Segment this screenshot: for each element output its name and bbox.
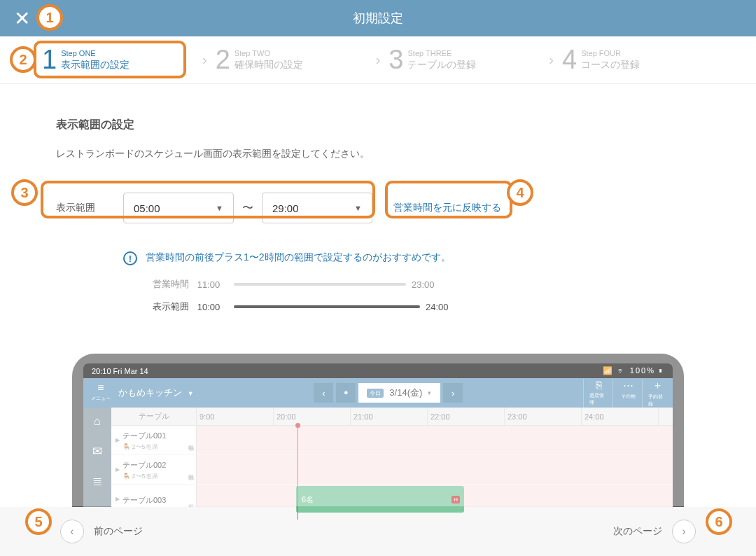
add-reservation-button[interactable]: ＋ 予約登録 (642, 379, 667, 408)
annotation-box-4 (385, 181, 512, 218)
table-column-header: テーブル (111, 408, 196, 426)
time-col: 21:00 (351, 408, 428, 425)
date-nav: ‹ • 今日 3/14(金) ▼ › (314, 383, 463, 403)
time-example: 営業時間 11:00 23:00 表示範囲 10:00 24:00 (146, 278, 700, 313)
menu-button[interactable]: ≡ メニュー (89, 384, 113, 401)
date-display[interactable]: 今日 3/14(金) ▼ (358, 383, 440, 403)
timeline[interactable]: 9:00 20:00 21:00 22:00 23:00 24:00 (197, 408, 673, 520)
table-row[interactable]: ▶ テーブル002 🪑 2〜5名席 掲載中 (111, 455, 196, 485)
section-title: 表示範囲の設定 (56, 118, 700, 132)
timeline-row[interactable] (197, 455, 673, 485)
date-text: 3/14(金) (389, 387, 422, 399)
ex-label: 表示範囲 (146, 300, 189, 313)
step-title: コースの登録 (581, 59, 640, 71)
next-label: 次のページ (613, 525, 662, 538)
time-header: 9:00 20:00 21:00 22:00 23:00 24:00 (197, 408, 673, 426)
table-name: テーブル002 (122, 461, 166, 469)
hint-row: ! 営業時間の前後プラス1〜2時間の範囲で設定するのがおすすめです。 (123, 251, 700, 265)
step-title: 確保時間の設定 (234, 59, 303, 71)
annotation-4: 4 (507, 179, 533, 206)
ex-to: 24:00 (426, 302, 449, 312)
table-row[interactable]: ▶ テーブル001 🪑 2〜5名席 掲載中 (111, 426, 196, 455)
table-name: テーブル001 (122, 431, 166, 440)
tablet-body: 20:10 Fri Mar 14 📶 ᯤ 100% ▮ ≡ メニュー かもめキッ… (72, 354, 684, 522)
chevron-right-icon: › (202, 52, 207, 68)
modal-header: ✕ 初期設定 (0, 0, 756, 36)
more-button[interactable]: ⋯ その他 (612, 379, 638, 408)
reservation-block[interactable]: 6名 H (296, 486, 464, 513)
wifi-icon: 📶 ᯤ (603, 366, 626, 375)
annotation-box-3 (41, 181, 375, 218)
home-icon[interactable]: ⌂ (94, 415, 101, 429)
example-business-hours: 営業時間 11:00 23:00 (146, 278, 700, 291)
step-title: テーブルの登録 (407, 59, 476, 71)
status-bar: 20:10 Fri Mar 14 📶 ᯤ 100% ▮ (83, 363, 673, 378)
plus-icon: ＋ (652, 379, 663, 392)
annotation-2: 2 (10, 46, 36, 73)
mail-icon[interactable]: ✉ (92, 444, 102, 459)
next-page-group[interactable]: 次のページ › (613, 520, 696, 543)
time-col: 23:00 (505, 408, 582, 425)
section-desc: レストランボードのスケジュール画面の表示範囲を設定してください。 (56, 148, 700, 160)
tablet-screen: 20:10 Fri Mar 14 📶 ᯤ 100% ▮ ≡ メニュー かもめキッ… (83, 363, 673, 522)
step-label: Step TWO (234, 49, 303, 57)
step-number: 2 (216, 45, 230, 75)
annotation-box-2 (34, 41, 186, 78)
hint-text: 営業時間の前後プラス1〜2時間の範囲で設定するのがおすすめです。 (146, 251, 451, 264)
time-col: 20:00 (274, 408, 351, 425)
annotation-1: 1 (36, 4, 63, 31)
caret-right-icon: ▶ (115, 437, 120, 443)
time-col: 22:00 (428, 408, 505, 425)
footer-nav: ‹ 前のページ 次のページ › (0, 507, 756, 556)
chevron-right-icon[interactable]: › (672, 520, 696, 543)
caret-right-icon: ▶ (115, 496, 120, 502)
step-number: 4 (562, 45, 577, 75)
annotation-3: 3 (11, 179, 38, 206)
caret-right-icon: ▶ (115, 466, 120, 473)
side-rail: ⌂ ✉ ≣ (83, 408, 111, 520)
timeline-row[interactable] (197, 426, 673, 455)
list-icon[interactable]: ≣ (92, 474, 102, 489)
store-name[interactable]: かもめキッチン ▼ (118, 387, 194, 399)
table-seats: 🪑 2〜5名席 (122, 472, 166, 481)
battery-text: 100% (630, 366, 655, 375)
step-number: 3 (388, 45, 403, 75)
door-icon: ⎘ (596, 379, 602, 391)
prev-page-group[interactable]: ‹ 前のページ (60, 520, 143, 543)
ex-bar (234, 283, 406, 286)
annotation-5: 5 (25, 508, 52, 535)
calendar-dot-button[interactable]: • (336, 383, 356, 403)
step-3[interactable]: 3 Step THREE テーブルの登録 (388, 45, 540, 75)
checkout-button[interactable]: ⎘ 退店管理 (583, 379, 608, 408)
ex-label: 営業時間 (146, 278, 189, 291)
schedule-grid: ⌂ ✉ ≣ テーブル ▶ テーブル001 🪑 2〜5名席 掲載中 (83, 408, 673, 520)
prev-label: 前のページ (94, 525, 143, 538)
now-indicator-line (298, 426, 298, 520)
reservation-icon: H (451, 496, 460, 503)
status-icons: 📶 ᯤ 100% ▮ (603, 366, 664, 375)
dots-icon: ⋯ (623, 379, 634, 391)
ex-bar (234, 305, 420, 308)
battery-icon: ▮ (659, 366, 664, 375)
step-4[interactable]: 4 Step FOUR コースの登録 (562, 45, 714, 75)
step-label: Step FOUR (581, 49, 640, 57)
chevron-right-icon: › (376, 52, 381, 68)
step-label: Step THREE (407, 49, 476, 57)
time-col: 9:00 (197, 408, 274, 425)
prev-date-button[interactable]: ‹ (314, 383, 333, 403)
time-col: 24:00 (582, 408, 659, 425)
next-date-button[interactable]: › (443, 383, 463, 403)
caret-down-icon: ▼ (188, 390, 194, 397)
close-icon[interactable]: ✕ (14, 7, 30, 30)
modal-title: 初期設定 (353, 10, 403, 27)
header-actions: ⎘ 退店管理 ⋯ その他 ＋ 予約登録 (583, 379, 667, 408)
ex-from: 10:00 (189, 302, 228, 312)
table-name: テーブル003 (122, 496, 166, 504)
content: 表示範囲の設定 レストランボードのスケジュール画面の表示範囲を設定してください。… (0, 84, 756, 522)
table-seats: 🪑 2〜5名席 (122, 443, 166, 452)
chevron-right-icon: › (549, 52, 554, 68)
chevron-left-icon[interactable]: ‹ (60, 520, 84, 543)
caret-down-icon: ▼ (426, 390, 432, 396)
app-header: ≡ メニュー かもめキッチン ▼ ‹ • 今日 3/14(金) ▼ (83, 378, 673, 408)
step-2[interactable]: 2 Step TWO 確保時間の設定 (216, 45, 368, 75)
